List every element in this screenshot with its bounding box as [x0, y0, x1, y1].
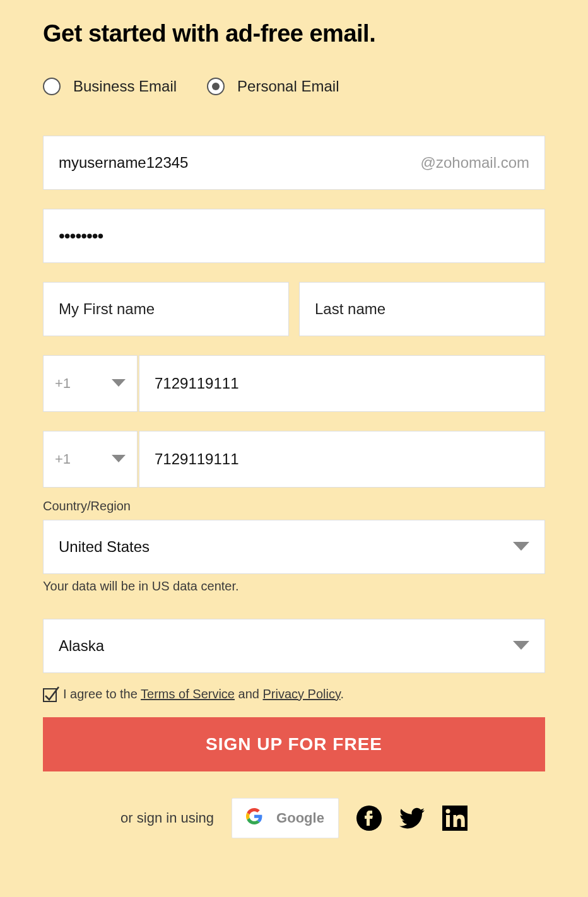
chevron-down-icon — [112, 455, 126, 464]
page-title: Get started with ad-free email. — [43, 20, 545, 47]
phone-code-value-1: +1 — [55, 375, 71, 392]
phone-number-input-2[interactable]: 7129119111 — [139, 431, 545, 488]
svg-point-8 — [445, 809, 450, 814]
radio-checked-icon — [207, 78, 225, 95]
country-label: Country/Region — [43, 499, 545, 513]
username-input[interactable]: myusername12345 @zohomail.com — [43, 136, 545, 190]
svg-marker-0 — [112, 379, 126, 387]
state-value: Alaska — [59, 637, 104, 655]
tos-link[interactable]: Terms of Service — [141, 687, 235, 701]
phone-code-select-1[interactable]: +1 — [43, 355, 138, 412]
facebook-icon[interactable] — [356, 806, 382, 831]
twitter-icon[interactable] — [399, 806, 425, 831]
username-suffix: @zohomail.com — [421, 154, 529, 172]
phone-number-value-2: 7129119111 — [155, 450, 238, 468]
signup-button[interactable]: SIGN UP FOR FREE — [43, 717, 545, 771]
checkbox-checked-icon — [43, 686, 59, 702]
business-email-radio[interactable]: Business Email — [43, 78, 177, 95]
signin-row: or sign in using Google — [43, 798, 545, 838]
first-name-input[interactable]: My First name — [43, 282, 289, 336]
radio-unchecked-icon — [43, 78, 61, 95]
password-input[interactable]: •••••••• — [43, 209, 545, 263]
phone-code-select-2[interactable]: +1 — [43, 431, 138, 488]
first-name-value: My First name — [59, 300, 155, 318]
chevron-down-icon — [112, 379, 126, 388]
email-type-radio-group: Business Email Personal Email — [43, 78, 545, 95]
google-signin-button[interactable]: Google — [232, 798, 339, 838]
country-helper: Your data will be in US data center. — [43, 579, 545, 594]
svg-marker-1 — [112, 455, 126, 462]
privacy-link[interactable]: Privacy Policy — [262, 687, 340, 701]
linkedin-icon[interactable] — [442, 806, 467, 831]
agree-text: I agree to the Terms of Service and Priv… — [63, 687, 344, 701]
state-select[interactable]: Alaska — [43, 619, 545, 673]
chevron-down-icon — [513, 641, 529, 651]
country-select[interactable]: United States — [43, 520, 545, 574]
google-icon — [246, 808, 262, 828]
business-email-label: Business Email — [73, 78, 177, 95]
signin-text: or sign in using — [121, 810, 214, 826]
phone-code-value-2: +1 — [55, 451, 71, 467]
svg-marker-2 — [513, 542, 529, 551]
phone-row-1: +1 7129119111 — [43, 355, 545, 412]
google-label: Google — [276, 810, 324, 826]
personal-email-label: Personal Email — [237, 78, 339, 95]
svg-marker-3 — [513, 641, 529, 650]
password-masked: •••••••• — [59, 226, 103, 246]
phone-number-input-1[interactable]: 7129119111 — [139, 355, 545, 412]
agree-checkbox-row[interactable]: I agree to the Terms of Service and Priv… — [43, 686, 545, 702]
chevron-down-icon — [513, 542, 529, 552]
personal-email-radio[interactable]: Personal Email — [207, 78, 339, 95]
svg-rect-7 — [446, 815, 450, 827]
country-value: United States — [59, 538, 150, 556]
phone-row-2: +1 7129119111 — [43, 431, 545, 488]
username-value: myusername12345 — [59, 154, 188, 172]
phone-number-value-1: 7129119111 — [155, 375, 238, 392]
last-name-placeholder: Last name — [315, 300, 385, 318]
last-name-input[interactable]: Last name — [299, 282, 545, 336]
